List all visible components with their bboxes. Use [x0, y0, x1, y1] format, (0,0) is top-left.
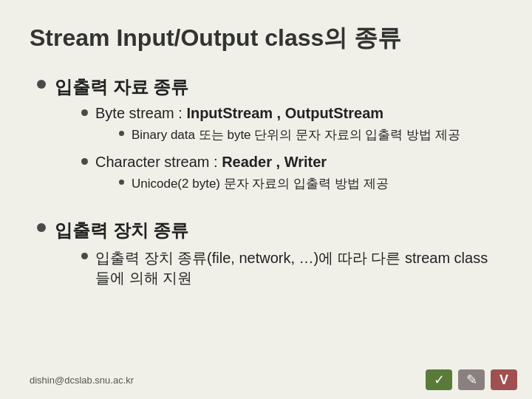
bullet3-icon — [119, 131, 124, 136]
bytestream-label: Byte stream : InputStream , OutputStream — [95, 105, 383, 121]
charstream-subitem: Unicode(2 byte) 문자 자료의 입출력 방법 제공 — [119, 175, 389, 192]
checkmark-icon: ✓ — [426, 369, 452, 390]
section2-label: 입출력 장치 종류 — [55, 220, 188, 240]
section1-subitems: Byte stream : InputStream , OutputStream… — [55, 105, 460, 197]
charstream-desc: Unicode(2 byte) 문자 자료의 입출력 방법 제공 — [132, 175, 389, 192]
bytestream-item: Byte stream : InputStream , OutputStream… — [81, 105, 460, 148]
bullet2-device-icon — [81, 253, 88, 259]
slide-title: Stream Input/Output class의 종류 — [30, 22, 502, 55]
footer-email: dishin@dcslab.snu.ac.kr — [30, 375, 134, 386]
section1-item: 입출력 자료 종류 Byte stream : InputStream , Ou… — [37, 75, 502, 202]
section1-label: 입출력 자료 종류 — [55, 77, 188, 97]
bytestream-desc: Binary data 또는 byte 단위의 문자 자료의 입출력 방법 제공 — [132, 126, 460, 143]
charstream-item: Character stream : Reader , Writer Unico… — [81, 154, 460, 197]
charstream-label: Character stream : Reader , Writer — [95, 154, 327, 170]
device-item: 입출력 장치 종류(file, network, …)에 따라 다른 strea… — [81, 248, 502, 288]
section2-subitems: 입출력 장치 종류(file, network, …)에 따라 다른 strea… — [55, 248, 502, 288]
v-icon: V — [491, 369, 517, 390]
bytestream-highlight: InputStream , OutputStream — [186, 105, 383, 121]
bullet3-char-icon — [119, 180, 124, 185]
section2-item: 입출력 장치 종류 입출력 장치 종류(file, network, …)에 따… — [37, 219, 502, 294]
edit-icon: ✎ — [458, 369, 485, 390]
device-desc: 입출력 장치 종류(file, network, …)에 따라 다른 strea… — [95, 250, 488, 286]
footer-icons: ✓ ✎ V — [426, 369, 517, 390]
bytestream-subitem: Binary data 또는 byte 단위의 문자 자료의 입출력 방법 제공 — [119, 126, 460, 143]
bytestream-subitems: Binary data 또는 byte 단위의 문자 자료의 입출력 방법 제공 — [95, 126, 460, 143]
bullet2-char-icon — [81, 158, 88, 165]
bullet1-device-icon — [37, 223, 46, 232]
bullet2-byte-icon — [81, 109, 88, 116]
charstream-highlight: Reader , Writer — [222, 154, 327, 170]
charstream-subitems: Unicode(2 byte) 문자 자료의 입출력 방법 제공 — [95, 175, 389, 192]
bullet1-icon — [37, 80, 46, 89]
content-area: 입출력 자료 종류 Byte stream : InputStream , Ou… — [30, 75, 502, 294]
slide: Stream Input/Output class의 종류 입출력 자료 종류 … — [0, 0, 532, 399]
